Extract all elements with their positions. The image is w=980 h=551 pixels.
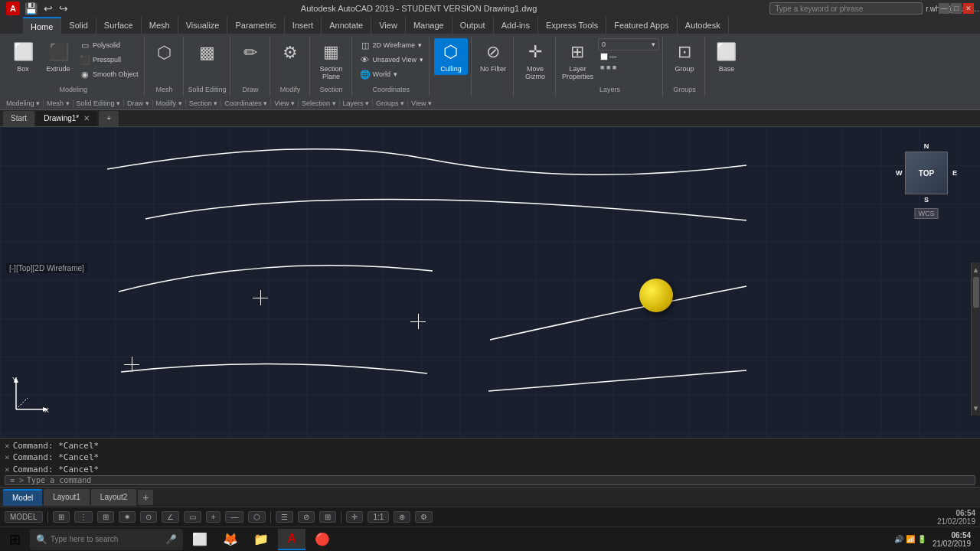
osnap-toggle[interactable]: ⊙ bbox=[140, 511, 157, 523]
ribbon-tab-express-tools[interactable]: Express Tools bbox=[538, 17, 606, 34]
minimize-btn[interactable]: — bbox=[939, 3, 949, 14]
layout2-tab[interactable]: Layout2 bbox=[91, 489, 137, 506]
tmodel-toggle[interactable]: ⬡ bbox=[248, 511, 266, 523]
ribbon-tab-visualize[interactable]: Visualize bbox=[178, 17, 228, 34]
autocad-icon: A bbox=[287, 532, 296, 546]
close-btn[interactable]: ✕ bbox=[963, 3, 974, 14]
view-wireframe-dropdown[interactable]: ◫ 2D Wireframe ▾ bbox=[357, 38, 426, 52]
new-tab[interactable]: + bbox=[99, 111, 119, 126]
unsaved-view-dropdown[interactable]: 👁 Unsaved View ▾ bbox=[357, 53, 426, 67]
solidediting-dropdown[interactable]: Solid Editing ▾ bbox=[74, 99, 125, 107]
model-tab[interactable]: Model bbox=[3, 489, 42, 506]
lw-toggle[interactable]: — bbox=[225, 511, 243, 523]
snap-toggle[interactable]: ⋮ bbox=[74, 511, 93, 523]
ribbon-tab-surface[interactable]: Surface bbox=[96, 17, 142, 34]
navcube[interactable]: N E W S TOP WCS bbox=[896, 142, 957, 219]
search-button[interactable]: 🔍 Type here to search 🎤 bbox=[30, 529, 183, 550]
ribbon-tab-output[interactable]: Output bbox=[452, 17, 494, 34]
layout1-tab[interactable]: Layout1 bbox=[44, 489, 90, 506]
dyn-toggle[interactable]: + bbox=[206, 511, 221, 523]
a-logo[interactable]: A bbox=[6, 2, 20, 15]
quick-access-undo[interactable]: ↩ bbox=[44, 2, 53, 15]
scroll-up[interactable]: ▲ bbox=[972, 266, 980, 274]
draw-button[interactable]: ✏ bbox=[235, 38, 266, 69]
base-button[interactable]: ⬜ Base bbox=[710, 38, 743, 75]
sectionplane-button[interactable]: ▦ SectionPlane bbox=[315, 38, 348, 83]
polysolid-button[interactable]: ▭ Polysolid bbox=[77, 38, 141, 52]
ribbon-tab-view[interactable]: View bbox=[371, 17, 406, 34]
wcs-label[interactable]: WCS bbox=[915, 208, 939, 219]
ribbon-tab-solid[interactable]: Solid bbox=[61, 17, 96, 34]
ribbon-tab-mesh[interactable]: Mesh bbox=[142, 17, 178, 34]
modify-dropdown[interactable]: Modify ▾ bbox=[153, 99, 186, 107]
quick-access-btn[interactable]: 💾 bbox=[24, 2, 38, 15]
draw-dropdown[interactable]: Draw ▾ bbox=[124, 99, 153, 107]
view-dropdown[interactable]: View ▾ bbox=[271, 99, 299, 107]
layer-dropdown[interactable]: 0 ▾ bbox=[598, 38, 659, 51]
smoothobject-button[interactable]: ◉ Smooth Object bbox=[77, 67, 141, 81]
mesh-button[interactable]: ⬡ bbox=[149, 38, 180, 69]
presspull-button[interactable]: ⬛ Presspull bbox=[77, 53, 141, 67]
add-layout-btn[interactable]: + bbox=[138, 490, 153, 505]
culling-button[interactable]: ⬡ Culling bbox=[434, 38, 468, 75]
view-right-dropdown[interactable]: View ▾ bbox=[408, 99, 435, 107]
sel-cycling[interactable]: ⊘ bbox=[298, 511, 315, 523]
nofilter-button[interactable]: ⊘ No Filter bbox=[476, 38, 510, 75]
model-label[interactable]: MODEL bbox=[5, 511, 43, 523]
navcube-box[interactable]: TOP bbox=[905, 152, 948, 194]
qp-toggle[interactable]: ☰ bbox=[276, 511, 293, 523]
search-input[interactable]: Type a keyword or phrase bbox=[769, 2, 923, 15]
culling-group: ⬡ Culling bbox=[431, 37, 472, 96]
start-tab[interactable]: Start bbox=[3, 111, 34, 126]
selection-dropdown[interactable]: Selection ▾ bbox=[299, 99, 340, 107]
ribbon-tab-insert[interactable]: Insert bbox=[285, 17, 322, 34]
modeling-small-row: ▭ Polysolid ⬛ Presspull ◉ Smooth Object bbox=[77, 38, 141, 81]
box-button[interactable]: ⬜ Box bbox=[6, 38, 40, 75]
extrude-button[interactable]: ⬛ Extrude bbox=[41, 38, 75, 75]
drawing1-tab-close[interactable]: ✕ bbox=[83, 114, 90, 122]
workspace-btn[interactable]: ✛ bbox=[346, 511, 363, 523]
autocad-btn[interactable]: A bbox=[278, 529, 305, 550]
scroll-down[interactable]: ▼ bbox=[972, 404, 980, 412]
ribbon-tab-add-ins[interactable]: Add-ins bbox=[494, 17, 538, 34]
drawing1-tab[interactable]: Drawing1* ✕ bbox=[36, 111, 97, 126]
layerprops-button[interactable]: ⊞ LayerProperties bbox=[560, 38, 595, 83]
app1-btn[interactable]: 🔴 bbox=[309, 529, 336, 550]
ortho-toggle[interactable]: ⊞ bbox=[97, 511, 114, 523]
grid-toggle[interactable]: ⊞ bbox=[53, 511, 70, 523]
ducs-toggle[interactable]: ▭ bbox=[184, 511, 201, 523]
world-dropdown[interactable]: 🌐 World ▾ bbox=[357, 67, 426, 81]
solidediting-button[interactable]: ▩ bbox=[192, 38, 223, 69]
quick-access-redo[interactable]: ↪ bbox=[59, 2, 68, 15]
modify-button[interactable]: ⚙ bbox=[275, 38, 305, 69]
start-tab-label: Start bbox=[11, 114, 27, 122]
annot-monitor[interactable]: ⊞ bbox=[319, 511, 336, 523]
start-button[interactable]: ⊞ bbox=[3, 529, 27, 550]
otrack-toggle[interactable]: ∠ bbox=[162, 511, 179, 523]
unsavedview-dropdown-icon: ▾ bbox=[420, 56, 423, 64]
group-button[interactable]: ⊡ Group bbox=[668, 38, 701, 75]
annotations-scale[interactable]: ⊕ bbox=[394, 511, 410, 523]
section-dropdown[interactable]: Section ▾ bbox=[186, 99, 222, 107]
ribbon-tab-manage[interactable]: Manage bbox=[406, 17, 452, 34]
zoom-scale[interactable]: 1:1 bbox=[368, 511, 389, 523]
ribbon-tab-annotate[interactable]: Annotate bbox=[322, 17, 371, 34]
polar-toggle[interactable]: ✷ bbox=[119, 511, 136, 523]
coordinates-dropdown[interactable]: Coordinates ▾ bbox=[221, 99, 271, 107]
mesh-dropdown[interactable]: Mesh ▾ bbox=[44, 99, 74, 107]
layers-dropdown[interactable]: Layers ▾ bbox=[340, 99, 374, 107]
ribbon-tab-autodesk[interactable]: Autodesk bbox=[678, 17, 729, 34]
movegizmo-button[interactable]: ✛ MoveGizmo bbox=[518, 38, 552, 83]
modeling-dropdown[interactable]: Modeling ▾ bbox=[3, 99, 44, 107]
ribbon-tab-featured-apps[interactable]: Featured Apps bbox=[606, 17, 678, 34]
command-input-area[interactable]: ≡ > Type a command bbox=[5, 475, 975, 485]
maximize-btn[interactable]: □ bbox=[951, 3, 962, 14]
explorer-btn[interactable]: 📁 bbox=[247, 529, 275, 550]
edge-btn[interactable]: 🦊 bbox=[217, 529, 244, 550]
ribbon-tab-home[interactable]: Home bbox=[23, 17, 61, 34]
settings-gear[interactable]: ⚙ bbox=[415, 511, 433, 523]
taskview-btn[interactable]: ⬜ bbox=[186, 529, 214, 550]
scroll-thumb[interactable] bbox=[973, 277, 979, 308]
groups-dropdown[interactable]: Groups ▾ bbox=[373, 99, 408, 107]
ribbon-tab-parametric[interactable]: Parametric bbox=[227, 17, 284, 34]
